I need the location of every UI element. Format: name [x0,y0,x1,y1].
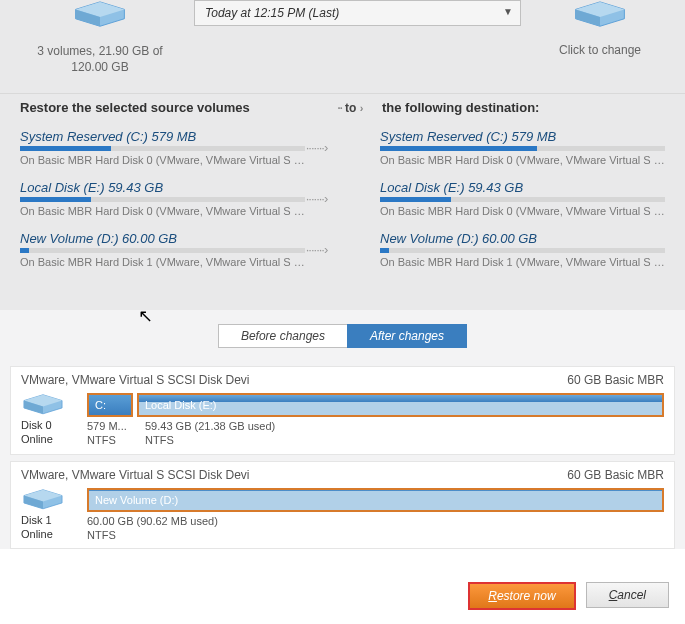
volume-title: System Reserved (C:) 579 MB [380,129,665,144]
partition-c[interactable]: C: [87,393,133,417]
volume-title: New Volume (D:) 60.00 GB [380,231,665,246]
disk-summary: 60 GB Basic MBR [567,373,664,387]
disk-icon [21,393,65,417]
mapping-dest-volume[interactable]: Local Disk (E:) 59.43 GBOn Basic MBR Har… [380,180,665,217]
mapping-to-label: to [345,101,356,115]
volume-subtext: On Basic MBR Hard Disk 1 (VMware, VMware… [380,256,665,268]
arrow-right-icon: ·······› [306,242,328,257]
source-summary-text: 3 volumes, 21.90 GB of 120.00 GB [20,43,180,75]
volume-subtext: On Basic MBR Hard Disk 1 (VMware, VMware… [20,256,305,268]
cancel-button[interactable]: Cancel [586,582,669,608]
mapping-source-volume[interactable]: New Volume (D:) 60.00 GBOn Basic MBR Har… [20,231,305,268]
destination-disk-icon [570,0,630,30]
arrow-right-icon: ·······› [306,140,328,155]
mapping-dest-header: the following destination: [382,100,539,115]
cursor-icon: ↖ [138,305,153,327]
mapping-source-header: Restore the selected source volumes [20,100,330,115]
tab-before-changes[interactable]: Before changes [218,324,347,348]
mapping-dest-volume[interactable]: New Volume (D:) 60.00 GBOn Basic MBR Har… [380,231,665,268]
chevron-down-icon: ▼ [503,6,513,17]
destination-block[interactable]: Click to change [535,0,665,57]
volume-subtext: On Basic MBR Hard Disk 0 (VMware, VMware… [20,205,305,217]
disk-title: VMware, VMware Virtual S SCSI Disk Devi [21,373,250,387]
snapshot-dropdown-label: Today at 12:15 PM (Last) [205,6,339,20]
restore-now-label: estore now [497,589,556,603]
partition-meta: 60.00 GB (90.62 MB used)NTFS [87,515,218,543]
volume-subtext: On Basic MBR Hard Disk 0 (VMware, VMware… [20,154,305,166]
mapping-source-volume[interactable]: System Reserved (C:) 579 MBOn Basic MBR … [20,129,305,166]
volume-title: System Reserved (C:) 579 MB [20,129,305,144]
disk-id-label: Disk 1Online [21,514,77,542]
tab-after-changes[interactable]: After changes [347,324,467,348]
volume-title: Local Disk (E:) 59.43 GB [20,180,305,195]
mapping-dest-volume[interactable]: System Reserved (C:) 579 MBOn Basic MBR … [380,129,665,166]
disk-title: VMware, VMware Virtual S SCSI Disk Devi [21,468,250,482]
partition-meta: 59.43 GB (21.38 GB used)NTFS [145,420,275,448]
disk-id-label: Disk 0Online [21,419,77,447]
disk-icon [21,488,65,512]
partition-d[interactable]: New Volume (D:) [87,488,664,512]
source-disk-icon [70,0,130,30]
partition-e[interactable]: Local Disk (E:) [137,393,664,417]
volume-title: New Volume (D:) 60.00 GB [20,231,305,246]
mapping-source-volume[interactable]: Local Disk (E:) 59.43 GBOn Basic MBR Har… [20,180,305,217]
cancel-label: ancel [617,588,646,602]
volume-title: Local Disk (E:) 59.43 GB [380,180,665,195]
destination-label: Click to change [535,43,665,57]
disk-summary: 60 GB Basic MBR [567,468,664,482]
disk-block: VMware, VMware Virtual S SCSI Disk Devi6… [10,461,675,550]
partition-meta: 579 M...NTFS [87,420,137,448]
disk-block: VMware, VMware Virtual S SCSI Disk Devi6… [10,366,675,455]
restore-now-button[interactable]: Restore now [468,582,575,610]
arrow-right-icon: ·······› [306,191,328,206]
volume-subtext: On Basic MBR Hard Disk 0 (VMware, VMware… [380,205,665,217]
source-summary-block: 3 volumes, 21.90 GB of 120.00 GB [20,0,180,75]
snapshot-dropdown[interactable]: Today at 12:15 PM (Last) ▼ [194,0,521,26]
volume-subtext: On Basic MBR Hard Disk 0 (VMware, VMware… [380,154,665,166]
